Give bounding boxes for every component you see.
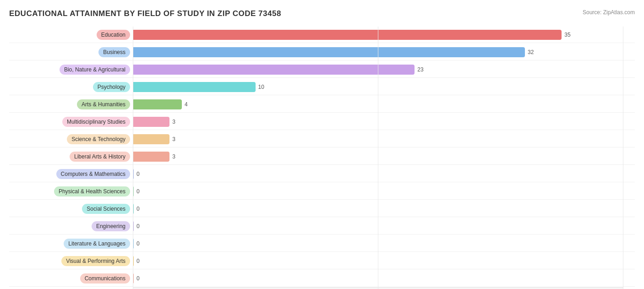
bar-fill xyxy=(133,186,134,196)
bar-value: 3 xyxy=(172,119,175,125)
bar-label: Social Sciences xyxy=(82,204,130,214)
table-row: Arts & Humanities4 xyxy=(9,96,635,113)
bar-fill xyxy=(133,117,169,127)
bar-track: 3 xyxy=(133,134,635,144)
bar-label: Science & Technology xyxy=(67,134,130,144)
bar-label: Visual & Performing Arts xyxy=(61,256,130,266)
bar-value: 4 xyxy=(185,101,188,108)
bar-label-wrap: Liberal Arts & History xyxy=(9,152,133,162)
table-row: Social Sciences0 xyxy=(9,201,635,217)
bar-track: 0 xyxy=(133,169,635,179)
bar-track: 0 xyxy=(133,273,635,284)
bar-label: Physical & Health Sciences xyxy=(54,186,130,196)
bar-label-wrap: Literature & Languages xyxy=(9,239,133,249)
bar-value: 0 xyxy=(136,275,140,282)
bar-label: Liberal Arts & History xyxy=(70,152,130,162)
bar-label-wrap: Science & Technology xyxy=(9,134,133,144)
chart-header: EDUCATIONAL ATTAINMENT BY FIELD OF STUDY… xyxy=(9,9,635,18)
bar-label-wrap: Business xyxy=(9,47,133,57)
bar-label: Multidisciplinary Studies xyxy=(62,117,130,127)
table-row: Computers & Mathematics0 xyxy=(9,166,635,182)
bar-label-wrap: Multidisciplinary Studies xyxy=(9,117,133,127)
bar-fill xyxy=(133,65,415,75)
bar-label: Communications xyxy=(80,273,130,284)
bar-track: 32 xyxy=(133,47,635,57)
bar-value: 0 xyxy=(136,258,140,264)
table-row: Communications0 xyxy=(9,270,635,287)
chart-container: EDUCATIONAL ATTAINMENT BY FIELD OF STUDY… xyxy=(9,9,635,289)
bar-label: Psychology xyxy=(93,82,130,92)
bar-track: 0 xyxy=(133,256,635,266)
bar-value: 35 xyxy=(564,32,570,38)
bar-label: Engineering xyxy=(92,221,130,231)
bar-fill xyxy=(133,30,562,40)
table-row: Literature & Languages0 xyxy=(9,235,635,252)
bar-fill xyxy=(133,256,134,266)
bar-track: 0 xyxy=(133,204,635,214)
bar-track: 0 xyxy=(133,186,635,196)
bar-label-wrap: Education xyxy=(9,30,133,40)
bar-label: Computers & Mathematics xyxy=(56,169,130,179)
table-row: Multidisciplinary Studies3 xyxy=(9,114,635,130)
table-row: Bio, Nature & Agricultural23 xyxy=(9,61,635,78)
bar-label: Literature & Languages xyxy=(64,239,130,249)
chart-title: EDUCATIONAL ATTAINMENT BY FIELD OF STUDY… xyxy=(9,9,281,18)
bar-value: 3 xyxy=(172,153,175,160)
bar-label-wrap: Bio, Nature & Agricultural xyxy=(9,65,133,75)
bar-fill xyxy=(133,169,134,179)
bar-label-wrap: Communications xyxy=(9,273,133,284)
chart-body: Education35Business32Bio, Nature & Agric… xyxy=(9,27,635,289)
bar-value: 0 xyxy=(136,188,140,195)
bar-value: 0 xyxy=(136,206,140,212)
bar-label-wrap: Visual & Performing Arts xyxy=(9,256,133,266)
bar-value: 32 xyxy=(528,49,534,55)
bar-track: 3 xyxy=(133,152,635,162)
table-row: Engineering0 xyxy=(9,218,635,234)
bar-fill xyxy=(133,99,182,109)
bar-track: 0 xyxy=(133,221,635,231)
bar-fill xyxy=(133,204,134,214)
bar-value: 23 xyxy=(417,66,423,73)
table-row: Science & Technology3 xyxy=(9,131,635,147)
bar-label-wrap: Psychology xyxy=(9,82,133,92)
bar-value: 3 xyxy=(172,136,175,142)
chart-source: Source: ZipAtlas.com xyxy=(583,9,635,16)
bar-value: 0 xyxy=(136,240,140,247)
table-row: Visual & Performing Arts0 xyxy=(9,253,635,269)
bar-track: 0 xyxy=(133,239,635,249)
bar-fill xyxy=(133,273,134,284)
bar-track: 35 xyxy=(133,30,635,40)
bar-track: 10 xyxy=(133,82,635,92)
bar-label-wrap: Social Sciences xyxy=(9,204,133,214)
bar-label: Bio, Nature & Agricultural xyxy=(60,65,130,75)
bar-fill xyxy=(133,82,256,92)
bars-container: Education35Business32Bio, Nature & Agric… xyxy=(9,27,635,287)
bar-track: 3 xyxy=(133,117,635,127)
bar-track: 23 xyxy=(133,65,635,75)
bar-track: 4 xyxy=(133,99,635,109)
bar-label-wrap: Engineering xyxy=(9,221,133,231)
bar-label-wrap: Physical & Health Sciences xyxy=(9,186,133,196)
table-row: Business32 xyxy=(9,44,635,60)
bar-label-wrap: Computers & Mathematics xyxy=(9,169,133,179)
bar-label: Business xyxy=(98,47,130,57)
bar-fill xyxy=(133,221,134,231)
bar-label-wrap: Arts & Humanities xyxy=(9,99,133,109)
bar-fill xyxy=(133,239,134,249)
bar-value: 0 xyxy=(136,171,140,177)
bar-fill xyxy=(133,152,169,162)
bar-label: Arts & Humanities xyxy=(77,99,130,109)
bar-fill xyxy=(133,134,169,144)
table-row: Liberal Arts & History3 xyxy=(9,148,635,165)
bar-label: Education xyxy=(97,30,130,40)
table-row: Education35 xyxy=(9,27,635,43)
bar-value: 10 xyxy=(258,84,264,90)
bar-value: 0 xyxy=(136,223,140,229)
table-row: Psychology10 xyxy=(9,79,635,95)
table-row: Physical & Health Sciences0 xyxy=(9,183,635,200)
bar-fill xyxy=(133,47,525,57)
